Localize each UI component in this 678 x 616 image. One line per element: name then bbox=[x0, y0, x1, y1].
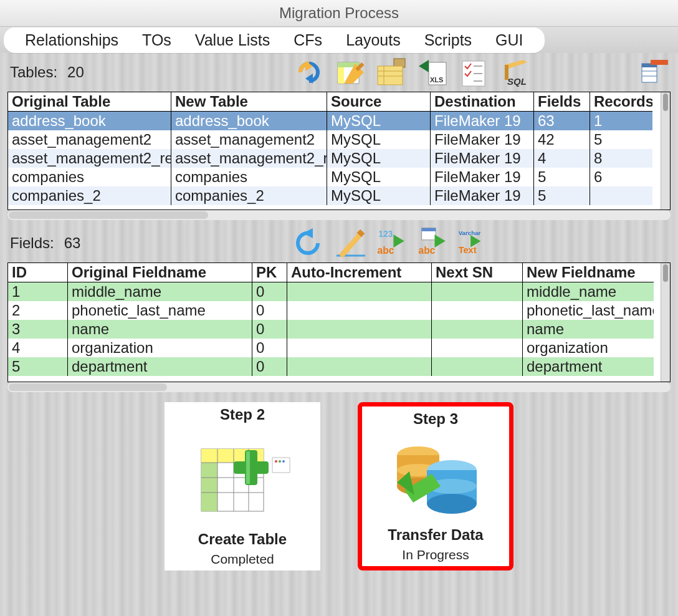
table-cell: asset_management2_re bbox=[171, 149, 327, 168]
table-color-icon[interactable] bbox=[638, 56, 671, 89]
svg-point-51 bbox=[275, 460, 277, 463]
create-table-icon bbox=[165, 427, 320, 528]
table-cell bbox=[432, 339, 523, 357]
fields-count: 63 bbox=[64, 234, 81, 252]
sql-icon[interactable]: SQL bbox=[499, 56, 531, 89]
col-destination: Destination bbox=[431, 92, 534, 112]
table-cell: MySQL bbox=[327, 149, 431, 168]
number-to-text-icon[interactable]: 123abc bbox=[375, 227, 408, 259]
table-row[interactable]: 2phonetic_last_name0phonetic_last_name bbox=[8, 301, 670, 320]
checklist-icon[interactable] bbox=[457, 56, 490, 89]
tables-hscrollbar[interactable] bbox=[7, 210, 671, 220]
calendar-to-text-icon[interactable]: abc bbox=[416, 227, 449, 259]
table-cell: FileMaker 19 bbox=[431, 130, 534, 149]
table-cell: FileMaker 19 bbox=[431, 186, 534, 205]
table-row[interactable]: asset_management2_reasset_management2_re… bbox=[8, 149, 670, 168]
tab-layouts[interactable]: Layouts bbox=[342, 30, 404, 51]
tab-bar: Relationships TOs Value Lists CFs Layout… bbox=[0, 27, 678, 53]
steps-row: Step 2 Create Table bbox=[0, 402, 678, 570]
table-cell bbox=[590, 186, 652, 205]
step-2-status: Completed bbox=[211, 552, 274, 567]
svg-rect-32 bbox=[422, 228, 436, 231]
pencil-icon[interactable] bbox=[334, 227, 366, 259]
table-cell: 8 bbox=[590, 149, 652, 168]
fields-label: Fields: bbox=[10, 234, 54, 252]
table-cell: 5 bbox=[534, 168, 590, 186]
svg-point-52 bbox=[279, 460, 281, 463]
table-cell: 5 bbox=[534, 186, 590, 205]
tab-value-lists[interactable]: Value Lists bbox=[191, 30, 274, 51]
tab-scripts[interactable]: Scripts bbox=[421, 30, 475, 51]
table-cell: MySQL bbox=[327, 186, 431, 205]
edit-sheet-icon[interactable] bbox=[334, 56, 366, 89]
col-source: Source bbox=[327, 92, 431, 112]
step-2-card[interactable]: Step 2 Create Table bbox=[165, 402, 320, 570]
step-3-card[interactable]: Step 3 T bbox=[358, 402, 513, 570]
table-cell: department bbox=[68, 357, 252, 376]
table-cell: name bbox=[68, 320, 252, 339]
table-cell: name bbox=[523, 320, 654, 339]
tab-relationships[interactable]: Relationships bbox=[21, 30, 122, 51]
table-cell: organization bbox=[68, 339, 252, 357]
table-cell: 2 bbox=[8, 301, 68, 320]
svg-rect-48 bbox=[234, 461, 269, 474]
table-cell: asset_management2_re bbox=[8, 149, 171, 168]
table-row[interactable]: 5department0department bbox=[8, 357, 670, 376]
svg-marker-25 bbox=[303, 228, 313, 238]
tables-toolbar: Tables: 20 XLS SQL bbox=[0, 53, 678, 92]
step-3-title: Step 3 bbox=[413, 410, 458, 428]
tab-cfs[interactable]: CFs bbox=[290, 30, 326, 51]
tab-tos[interactable]: TOs bbox=[138, 30, 175, 51]
table-cell: phonetic_last_name bbox=[68, 301, 252, 320]
table-row[interactable]: address_bookaddress_bookMySQLFileMaker 1… bbox=[8, 112, 670, 130]
table-row[interactable]: companiescompaniesMySQLFileMaker 1956 bbox=[8, 168, 670, 186]
table-cell: companies bbox=[8, 168, 171, 186]
tab-gui[interactable]: GUI bbox=[492, 30, 527, 51]
table-cell: asset_management2 bbox=[171, 130, 327, 149]
table-cell bbox=[432, 320, 523, 339]
tables-vscrollbar[interactable] bbox=[661, 92, 670, 209]
svg-marker-29 bbox=[393, 234, 404, 248]
table-cell: FileMaker 19 bbox=[431, 112, 534, 130]
table-row[interactable]: companies_2companies_2MySQLFileMaker 195 bbox=[8, 186, 670, 205]
table-cell: companies_2 bbox=[8, 186, 171, 205]
table-cell bbox=[287, 339, 432, 357]
svg-point-53 bbox=[282, 460, 285, 463]
undo-icon[interactable] bbox=[293, 227, 325, 259]
table-cell: MySQL bbox=[327, 112, 431, 130]
col-original-table: Original Table bbox=[8, 92, 171, 112]
table-cell: middle_name bbox=[68, 282, 252, 301]
table-cell bbox=[287, 320, 432, 339]
table-row[interactable]: asset_management2asset_management2MySQLF… bbox=[8, 130, 670, 149]
col-next-sn: Next SN bbox=[432, 263, 523, 282]
svg-text:Varchar: Varchar bbox=[459, 229, 481, 236]
col-new-fieldname: New Fieldname bbox=[523, 263, 654, 282]
export-xls-icon[interactable]: XLS bbox=[416, 56, 449, 89]
table-cell: address_book bbox=[171, 112, 327, 130]
svg-marker-33 bbox=[434, 234, 445, 248]
step-2-label: Create Table bbox=[198, 531, 287, 548]
svg-rect-49 bbox=[246, 451, 250, 484]
col-fields: Fields bbox=[534, 92, 590, 112]
varchar-to-text-icon[interactable]: VarcharText bbox=[457, 227, 490, 259]
table-cell: phonetic_last_name bbox=[523, 301, 654, 320]
tables-table[interactable]: Original Table New Table Source Destinat… bbox=[7, 92, 671, 210]
fields-vscrollbar[interactable] bbox=[661, 263, 670, 382]
table-cell: 42 bbox=[534, 130, 590, 149]
refresh-icon[interactable] bbox=[293, 56, 325, 89]
svg-rect-4 bbox=[338, 67, 344, 84]
table-cell: 0 bbox=[252, 339, 287, 357]
fields-table[interactable]: ID Original Fieldname PK Auto-Increment … bbox=[7, 262, 671, 382]
table-cell: companies bbox=[171, 168, 327, 186]
table-row[interactable]: 4organization0organization bbox=[8, 339, 670, 357]
table-row[interactable]: 3name0name bbox=[8, 320, 670, 339]
folder-icon[interactable] bbox=[375, 56, 408, 89]
fields-hscrollbar[interactable] bbox=[7, 382, 671, 392]
col-pk: PK bbox=[252, 263, 287, 282]
table-row[interactable]: 1middle_name0middle_name bbox=[8, 282, 670, 301]
svg-text:abc: abc bbox=[418, 245, 435, 256]
table-cell: FileMaker 19 bbox=[431, 149, 534, 168]
table-cell bbox=[432, 282, 523, 301]
tab-sheet: Relationships TOs Value Lists CFs Layout… bbox=[4, 27, 545, 53]
svg-rect-22 bbox=[651, 60, 668, 65]
